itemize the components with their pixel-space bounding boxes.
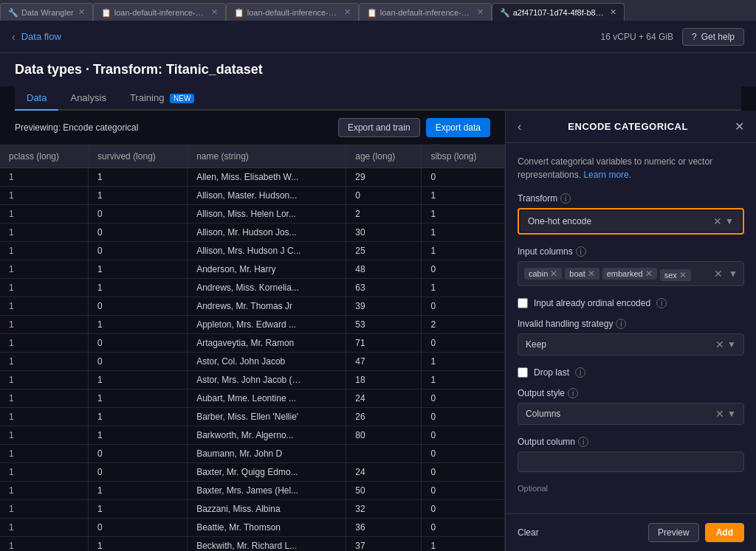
tag-sex-remove[interactable]: ✕ — [679, 271, 687, 280]
tag-boat-remove[interactable]: ✕ — [588, 269, 595, 278]
cell-age-9: 71 — [346, 334, 422, 353]
cell-age-10: 47 — [346, 353, 422, 371]
tab-label-active: a2f47107-1d74-4f8f-b833-c4 — [513, 8, 605, 17]
cell-survived-10: 0 — [89, 353, 188, 371]
tab-icon-loan1: 📋 — [101, 8, 110, 17]
tab-close-data-wrangler[interactable]: ✕ — [78, 7, 85, 17]
tag-embarked-remove[interactable]: ✕ — [645, 269, 653, 278]
cell-pclass-4: 1 — [0, 242, 89, 260]
cell-pclass-1: 1 — [0, 187, 89, 205]
tab-close-loan3[interactable]: ✕ — [477, 7, 484, 17]
tab-loan2[interactable]: 📋 loan-default-inference-pipelin ✕ — [226, 3, 359, 21]
cell-age-12: 24 — [346, 389, 422, 408]
main-tab-bar: Data Analysis Training NEW — [15, 86, 741, 111]
tab-label-data-wrangler: Data Wrangler — [21, 8, 74, 17]
breadcrumb-arrow-icon: ‹ — [12, 31, 16, 43]
tab-loan1[interactable]: 📋 loan-default-inference-pipelin ✕ — [93, 3, 226, 21]
export-train-button[interactable]: Export and train — [338, 118, 420, 137]
cell-sibsp-15: 0 — [422, 445, 505, 463]
input-columns-label: Input columns i — [518, 246, 744, 257]
cell-sibsp-1: 1 — [422, 187, 505, 205]
cell-pclass-18: 1 — [0, 500, 89, 519]
tab-close-loan2[interactable]: ✕ — [344, 7, 351, 17]
tag-boat: boat ✕ — [565, 268, 599, 280]
cell-survived-1: 1 — [89, 187, 188, 205]
cell-name-19: Beattie, Mr. Thomson — [188, 519, 346, 537]
transform-info-icon[interactable]: i — [560, 193, 571, 204]
content-area: Previewing: Encode categorical Export an… — [0, 111, 756, 551]
input-columns-dropdown-arrow[interactable]: ▼ — [729, 268, 738, 279]
cell-sibsp-19: 0 — [422, 519, 505, 537]
panel-close-button[interactable]: ✕ — [735, 119, 744, 134]
cell-name-5: Anderson, Mr. Harry — [188, 260, 346, 279]
tab-label-loan1: loan-default-inference-pipelin — [114, 8, 207, 17]
tag-cabin-remove[interactable]: ✕ — [550, 269, 557, 278]
cell-name-1: Allison, Master. Hudson... — [188, 187, 346, 205]
previewing-label: Previewing: Encode categorical — [15, 122, 138, 133]
cell-age-18: 32 — [346, 500, 422, 519]
drop-last-checkbox[interactable] — [518, 367, 528, 378]
add-button[interactable]: Add — [705, 523, 744, 542]
breadcrumb-link[interactable]: Data flow — [21, 31, 61, 42]
tab-active[interactable]: 🔧 a2f47107-1d74-4f8f-b833-c4 ✕ — [492, 3, 625, 21]
table-row: 10Astor, Col. John Jacob471 — [0, 353, 505, 371]
cell-pclass-19: 1 — [0, 519, 89, 537]
cell-sibsp-20: 1 — [422, 537, 505, 552]
cell-sibsp-5: 0 — [422, 260, 505, 279]
clear-button[interactable]: Clear — [518, 527, 539, 538]
output-style-value: Columns — [526, 409, 712, 419]
tab-data-wrangler[interactable]: 🔧 Data Wrangler ✕ — [0, 3, 93, 21]
transform-select[interactable]: One-hot encode ✕ ▼ — [520, 211, 741, 232]
output-style-clear-button[interactable]: ✕ — [712, 408, 727, 420]
cell-name-12: Aubart, Mme. Leontine ... — [188, 389, 346, 408]
cell-sibsp-4: 1 — [422, 242, 505, 260]
transform-label: Transform i — [518, 193, 744, 204]
output-style-info-icon[interactable]: i — [568, 388, 578, 398]
tab-close-loan1[interactable]: ✕ — [211, 7, 218, 17]
learn-more-link[interactable]: Learn more. — [583, 170, 631, 180]
col-header-pclass: pclass (long) — [0, 145, 89, 168]
cell-sibsp-16: 0 — [422, 463, 505, 482]
drop-last-row: Drop last i — [518, 367, 744, 378]
tab-data[interactable]: Data — [15, 86, 58, 111]
input-columns-clear-button[interactable]: ✕ — [711, 268, 726, 280]
table-row: 11Andrews, Miss. Kornelia...631 — [0, 279, 505, 297]
transform-label-text: Transform — [518, 193, 557, 204]
table-row: 11Beckwith, Mr. Richard L...371 — [0, 537, 505, 552]
transform-clear-button[interactable]: ✕ — [710, 215, 725, 227]
output-column-input[interactable] — [518, 451, 744, 472]
invalid-handling-dropdown-arrow[interactable]: ▼ — [727, 339, 736, 350]
input-columns-info-icon[interactable]: i — [576, 246, 586, 257]
tab-training[interactable]: Training NEW — [118, 86, 206, 111]
table-row: 11Barber, Miss. Ellen 'Nellie'260 — [0, 408, 505, 426]
invalid-handling-clear-button[interactable]: ✕ — [712, 339, 727, 350]
ordinal-encoded-info-icon[interactable]: i — [656, 298, 667, 308]
export-data-button[interactable]: Export data — [426, 118, 490, 137]
tab-label-loan2: loan-default-inference-pipelin — [247, 8, 340, 17]
cell-name-18: Bazzani, Miss. Albina — [188, 500, 346, 519]
drop-last-info-icon[interactable]: i — [575, 367, 585, 378]
ordinal-encoded-checkbox[interactable] — [518, 298, 528, 308]
cell-sibsp-0: 0 — [422, 168, 505, 187]
cell-pclass-12: 1 — [0, 389, 89, 408]
output-column-label-text: Output column — [518, 437, 575, 447]
cell-name-6: Andrews, Miss. Kornelia... — [188, 279, 346, 297]
cell-name-3: Allison, Mr. Hudson Jos... — [188, 223, 346, 242]
toolbar-buttons: Export and train Export data — [338, 118, 490, 137]
tab-loan3[interactable]: 📋 loan-default-inference-pipelin ✕ — [359, 3, 492, 21]
invalid-handling-info-icon[interactable]: i — [616, 319, 626, 329]
preview-button[interactable]: Preview — [648, 523, 699, 542]
output-column-info-icon[interactable]: i — [578, 437, 588, 447]
invalid-handling-select[interactable]: Keep ✕ ▼ — [518, 333, 744, 356]
table-row: 10Allison, Mrs. Hudson J C...251 — [0, 242, 505, 260]
cell-age-7: 39 — [346, 297, 422, 316]
invalid-handling-label-text: Invalid handling strategy — [518, 319, 613, 329]
output-style-select[interactable]: Columns ✕ ▼ — [518, 403, 744, 425]
transform-dropdown-arrow[interactable]: ▼ — [725, 216, 734, 226]
table-row: 11Aubart, Mme. Leontine ...240 — [0, 389, 505, 408]
output-style-dropdown-arrow[interactable]: ▼ — [727, 409, 736, 419]
transform-value: One-hot encode — [528, 216, 710, 226]
tab-analysis[interactable]: Analysis — [58, 86, 117, 111]
get-help-button[interactable]: ? Get help — [682, 28, 744, 46]
tab-close-active[interactable]: ✕ — [610, 7, 616, 17]
